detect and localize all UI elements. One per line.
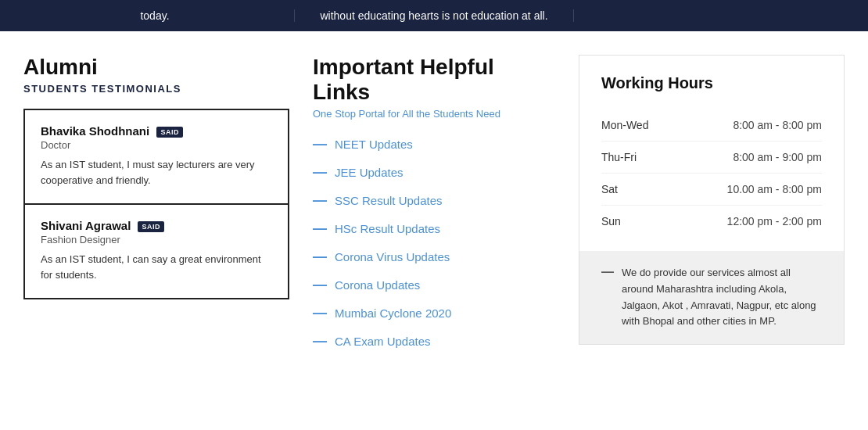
link-anchor[interactable]: NEET Updates (335, 138, 413, 151)
link-dash-icon: — (313, 278, 327, 292)
name-text-2: Shivani Agrawal (41, 219, 131, 232)
hours-table: Mon-Wed8:00 am - 8:00 pmThu-Fri8:00 am -… (601, 109, 822, 237)
link-item: —Corona Updates (313, 278, 555, 292)
hours-time: 8:00 am - 8:00 pm (672, 109, 822, 142)
testimonial-name-1: Bhavika Shodhnani SAID (41, 124, 272, 138)
said-badge-2: SAID (138, 221, 164, 232)
link-dash-icon: — (313, 334, 327, 348)
link-anchor[interactable]: HSc Result Updates (335, 222, 440, 235)
link-item: —NEET Updates (313, 137, 555, 151)
top-banner: today. without educating hearts is not e… (0, 0, 868, 31)
link-anchor[interactable]: Corona Virus Updates (335, 250, 450, 263)
links-list: —NEET Updates—JEE Updates—SSC Result Upd… (313, 137, 555, 348)
name-text-1: Bhavika Shodhnani (41, 124, 149, 138)
alumni-subtitle: STUDENTS TESTIMONIALS (23, 83, 289, 95)
hours-time: 12:00 pm - 2:00 pm (672, 206, 822, 238)
note-dash-icon: — (601, 265, 614, 279)
link-dash-icon: — (313, 249, 327, 263)
link-item: —Corona Virus Updates (313, 249, 555, 263)
link-anchor[interactable]: Mumbai Cyclone 2020 (335, 306, 451, 320)
hours-day: Sat (601, 174, 672, 206)
link-item: —CA Exam Updates (313, 334, 555, 348)
links-title: Important Helpful Links (313, 55, 555, 105)
hours-day: Thu-Fri (601, 142, 672, 174)
link-item: —SSC Result Updates (313, 193, 555, 207)
hours-time: 10.00 am - 8:00 pm (672, 174, 822, 206)
link-item: —Mumbai Cyclone 2020 (313, 306, 555, 320)
note-text: We do provide our services almost all ar… (622, 265, 822, 330)
link-dash-icon: — (313, 221, 327, 235)
hours-note: — We do provide our services almost all … (579, 251, 844, 344)
testimonial-card-2: Shivani Agrawal SAID Fashion Designer As… (23, 205, 289, 299)
testimonial-role-2: Fashion Designer (41, 234, 272, 245)
link-anchor[interactable]: CA Exam Updates (335, 335, 431, 348)
links-subtitle: One Stop Portal for All the Students Nee… (313, 108, 555, 120)
links-section: Important Helpful Links One Stop Portal … (313, 55, 555, 362)
link-item: —JEE Updates (313, 165, 555, 179)
hours-row: Sun12:00 pm - 2:00 pm (601, 206, 822, 238)
hours-title: Working Hours (601, 74, 822, 92)
testimonial-card-1: Bhavika Shodhnani SAID Doctor As an IST … (23, 109, 289, 205)
alumni-section: Alumni STUDENTS TESTIMONIALS Bhavika Sho… (23, 55, 289, 362)
link-anchor[interactable]: JEE Updates (335, 166, 404, 179)
testimonial-text-2: As an IST student, I can say a great env… (41, 252, 272, 282)
hours-card: Working Hours Mon-Wed8:00 am - 8:00 pmTh… (579, 55, 845, 345)
banner-text-1: today. (140, 9, 169, 22)
main-content: Alumni STUDENTS TESTIMONIALS Bhavika Sho… (0, 31, 868, 378)
said-badge-1: SAID (156, 127, 183, 138)
banner-item-2: without educating hearts is not educatio… (295, 9, 574, 22)
link-dash-icon: — (313, 193, 327, 207)
link-anchor[interactable]: Corona Updates (335, 278, 420, 292)
link-dash-icon: — (313, 306, 327, 320)
hours-row: Mon-Wed8:00 am - 8:00 pm (601, 109, 822, 142)
hours-section: Working Hours Mon-Wed8:00 am - 8:00 pmTh… (579, 55, 845, 362)
alumni-title: Alumni (23, 55, 289, 80)
banner-item-1: today. (16, 9, 295, 22)
hours-day: Mon-Wed (601, 109, 672, 142)
testimonial-role-1: Doctor (41, 139, 272, 151)
link-anchor[interactable]: SSC Result Updates (335, 194, 443, 207)
banner-text-2: without educating hearts is not educatio… (320, 9, 547, 22)
link-dash-icon: — (313, 137, 327, 151)
link-item: —HSc Result Updates (313, 221, 555, 235)
testimonial-name-2: Shivani Agrawal SAID (41, 219, 272, 232)
hours-row: Sat10.00 am - 8:00 pm (601, 174, 822, 206)
link-dash-icon: — (313, 165, 327, 179)
hours-time: 8:00 am - 9:00 pm (672, 142, 822, 174)
hours-day: Sun (601, 206, 672, 238)
hours-row: Thu-Fri8:00 am - 9:00 pm (601, 142, 822, 174)
testimonial-text-1: As an IST student, I must say lecturers … (41, 157, 272, 188)
